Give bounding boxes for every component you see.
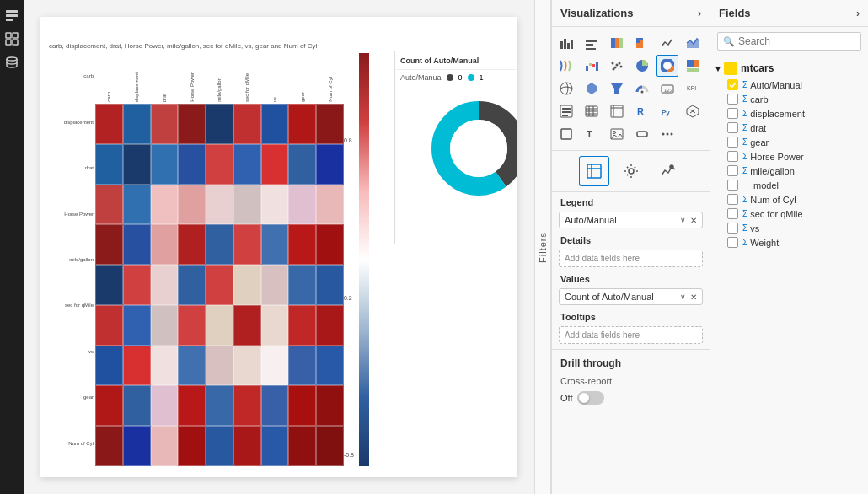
svg-rect-4 bbox=[13, 33, 18, 38]
field-item-model[interactable]: model bbox=[710, 178, 868, 192]
viz-icon-custom[interactable] bbox=[682, 100, 704, 122]
field-check-weight[interactable] bbox=[727, 237, 738, 248]
svg-rect-19 bbox=[615, 38, 619, 48]
viz-icon-card[interactable]: 123 bbox=[656, 78, 678, 99]
field-item-milegalllon[interactable]: Σ mile/gallon bbox=[710, 164, 868, 178]
viz-icon-stacked[interactable] bbox=[606, 32, 628, 54]
viz-icon-python[interactable]: Py bbox=[656, 100, 678, 122]
field-item-numcyl[interactable]: Σ Num of Cyl bbox=[710, 192, 868, 207]
field-check-carb[interactable] bbox=[727, 94, 738, 105]
viz-icon-treemap[interactable] bbox=[682, 55, 704, 77]
viz-icon-funnel[interactable] bbox=[606, 78, 628, 99]
field-check-gear[interactable] bbox=[727, 137, 738, 148]
viz-icon-gauge[interactable] bbox=[631, 78, 653, 99]
field-item-horsepower[interactable]: Σ Horse Power bbox=[710, 149, 868, 164]
values-chip-remove[interactable]: ✕ bbox=[690, 293, 697, 302]
field-check-secqmile[interactable] bbox=[727, 208, 738, 219]
field-item-drat[interactable]: Σ drat bbox=[710, 121, 868, 135]
viz-icon-waterfall[interactable] bbox=[581, 55, 603, 77]
sigma-icon-weight: Σ bbox=[742, 238, 747, 247]
sidebar-icon-data[interactable] bbox=[3, 54, 20, 71]
values-chip-dropdown[interactable]: ∨ bbox=[680, 293, 686, 301]
svg-point-35 bbox=[612, 62, 614, 65]
color-scale-bar bbox=[359, 53, 369, 466]
viz-icon-donut[interactable] bbox=[656, 55, 678, 77]
viz-icon-more[interactable] bbox=[656, 123, 678, 145]
build-tab-format[interactable] bbox=[616, 156, 646, 186]
viz-icon-table[interactable] bbox=[581, 100, 603, 122]
viz-icon-slicer[interactable] bbox=[555, 100, 577, 122]
legend-chip-remove[interactable]: ✕ bbox=[690, 216, 697, 225]
legend-chip-dropdown[interactable]: ∨ bbox=[680, 216, 686, 224]
svg-rect-66 bbox=[561, 129, 571, 139]
build-tab-fields[interactable] bbox=[579, 156, 609, 186]
viz-icon-kpi[interactable]: KPI bbox=[682, 78, 704, 99]
field-check-automanual[interactable] bbox=[727, 79, 738, 90]
svg-point-34 bbox=[620, 66, 623, 68]
build-tab-analytics[interactable] bbox=[653, 156, 683, 186]
fields-panel-arrow[interactable]: › bbox=[856, 8, 860, 19]
viz-icon-ribbon[interactable] bbox=[555, 55, 577, 77]
viz-panel-header: Visualizations › bbox=[552, 0, 710, 27]
svg-rect-74 bbox=[587, 164, 601, 178]
svg-rect-68 bbox=[611, 129, 623, 139]
viz-icon-button-btn[interactable] bbox=[631, 123, 653, 145]
sigma-icon-vs: Σ bbox=[742, 223, 747, 233]
viz-icon-scatter[interactable] bbox=[606, 55, 628, 77]
toggle-off-label: Off bbox=[560, 393, 572, 403]
viz-icon-shape[interactable] bbox=[555, 123, 577, 145]
donut-title: Count of Auto/Manual bbox=[400, 56, 479, 65]
cross-report-toggle[interactable] bbox=[577, 391, 604, 405]
field-check-horsepower[interactable] bbox=[727, 151, 738, 162]
svg-rect-13 bbox=[567, 43, 570, 49]
legend-item-0: 0 bbox=[458, 73, 463, 82]
viz-icon-column[interactable] bbox=[581, 32, 603, 54]
viz-icon-map[interactable] bbox=[555, 78, 577, 99]
viz-icon-bar[interactable] bbox=[555, 32, 577, 54]
viz-icon-100pct[interactable] bbox=[631, 32, 653, 54]
viz-icon-filled-map[interactable] bbox=[581, 78, 603, 99]
svg-text:T: T bbox=[587, 129, 592, 139]
filters-panel[interactable]: Filters bbox=[534, 0, 551, 494]
tree-parent-mtcars[interactable]: ▾ mtcars bbox=[710, 59, 868, 78]
field-item-secqmile[interactable]: Σ sec for qMile bbox=[710, 207, 868, 221]
field-check-drat[interactable] bbox=[727, 122, 738, 133]
sidebar-icon-grid[interactable] bbox=[3, 30, 20, 47]
viz-icon-line[interactable] bbox=[656, 32, 678, 54]
viz-icon-textbox[interactable]: T bbox=[581, 123, 603, 145]
field-item-vs[interactable]: Σ vs bbox=[710, 221, 868, 235]
drill-through-section: Drill through Cross-report Off bbox=[552, 349, 710, 411]
field-item-gear[interactable]: Σ gear bbox=[710, 135, 868, 149]
sigma-icon-secqmile: Σ bbox=[742, 209, 747, 218]
field-item-automanual[interactable]: Σ Auto/Manual bbox=[710, 78, 868, 92]
fields-panel: Fields › 🔍 ▾ mtcars Σ Auto/Manual Σ carb… bbox=[710, 0, 868, 494]
donut-visual[interactable]: Count of Auto/Manual ▽ ⊡ ··· Auto/Manual… bbox=[394, 51, 517, 244]
search-input[interactable] bbox=[738, 35, 865, 47]
field-check-milegalllon[interactable] bbox=[727, 165, 738, 176]
viz-icon-r[interactable]: R bbox=[631, 100, 653, 122]
tooltips-drop-zone[interactable]: Add data fields here bbox=[559, 326, 703, 344]
details-drop-zone[interactable]: Add data fields here bbox=[559, 250, 703, 267]
svg-point-32 bbox=[614, 67, 617, 69]
left-sidebar bbox=[0, 0, 24, 494]
field-name-gear: gear bbox=[750, 137, 769, 148]
viz-icon-pie[interactable] bbox=[631, 55, 653, 77]
field-item-displacement[interactable]: Σ displacement bbox=[710, 106, 868, 121]
svg-rect-17 bbox=[586, 48, 596, 50]
field-item-carb[interactable]: Σ carb bbox=[710, 92, 868, 106]
svg-rect-22 bbox=[636, 43, 640, 48]
svg-rect-24 bbox=[640, 40, 643, 48]
field-check-numcyl[interactable] bbox=[727, 194, 738, 205]
viz-icon-matrix[interactable] bbox=[606, 100, 628, 122]
viz-icon-image-btn[interactable] bbox=[606, 123, 628, 145]
field-item-weight[interactable]: Σ Weight bbox=[710, 235, 868, 250]
legend-dot-0 bbox=[447, 74, 453, 81]
viz-icon-area[interactable] bbox=[682, 32, 704, 54]
svg-rect-15 bbox=[586, 40, 597, 42]
heatmap-visual[interactable]: carb, displacement, drat, Horse Power, m… bbox=[49, 42, 369, 477]
sidebar-icon-report[interactable] bbox=[3, 7, 20, 24]
viz-panel-arrow[interactable]: › bbox=[698, 8, 701, 19]
field-check-displacement[interactable] bbox=[727, 108, 738, 119]
field-check-model[interactable] bbox=[727, 180, 738, 191]
field-check-vs[interactable] bbox=[727, 223, 738, 234]
